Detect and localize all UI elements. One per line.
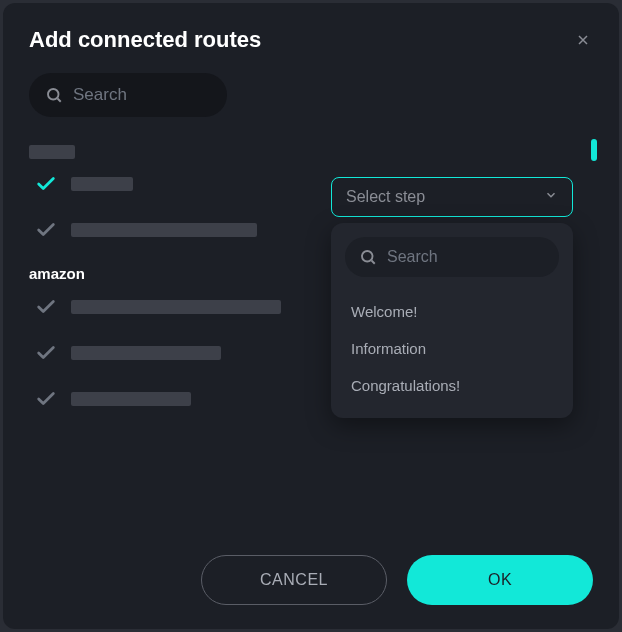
checkmark-icon (35, 219, 57, 241)
step-option[interactable]: Congratulations! (345, 367, 559, 404)
add-connected-routes-dialog: Add connected routes amazon (3, 3, 619, 629)
routes-list: amazon Select step (29, 145, 593, 525)
scrollbar-thumb[interactable] (591, 139, 597, 161)
route-label-redacted (71, 392, 191, 406)
svg-point-1 (362, 251, 373, 262)
checkmark-icon (35, 388, 57, 410)
step-option[interactable]: Information (345, 330, 559, 367)
svg-point-0 (48, 89, 59, 100)
ok-button[interactable]: OK (407, 555, 593, 605)
dialog-header: Add connected routes (29, 27, 593, 53)
step-select-placeholder: Select step (346, 188, 425, 206)
search-icon (359, 248, 377, 266)
step-select[interactable]: Select step (331, 177, 573, 217)
search-icon (45, 86, 63, 104)
chevron-down-icon (544, 188, 558, 206)
checkmark-icon (35, 173, 57, 195)
step-dropdown-search-input[interactable] (387, 248, 545, 266)
dialog-title: Add connected routes (29, 27, 261, 53)
step-dropdown: Welcome! Information Congratulations! (331, 223, 573, 418)
route-label-redacted (71, 223, 257, 237)
group-header (29, 145, 75, 159)
checkmark-icon (35, 342, 57, 364)
cancel-button[interactable]: CANCEL (201, 555, 387, 605)
step-dropdown-search[interactable] (345, 237, 559, 277)
dialog-footer: CANCEL OK (201, 555, 593, 605)
route-label-redacted (71, 300, 281, 314)
close-icon (575, 32, 591, 48)
route-label-redacted (71, 346, 221, 360)
route-label-redacted (71, 177, 133, 191)
close-button[interactable] (573, 30, 593, 50)
step-option[interactable]: Welcome! (345, 293, 559, 330)
checkmark-icon (35, 296, 57, 318)
routes-search-input[interactable] (73, 85, 211, 105)
routes-search[interactable] (29, 73, 227, 117)
